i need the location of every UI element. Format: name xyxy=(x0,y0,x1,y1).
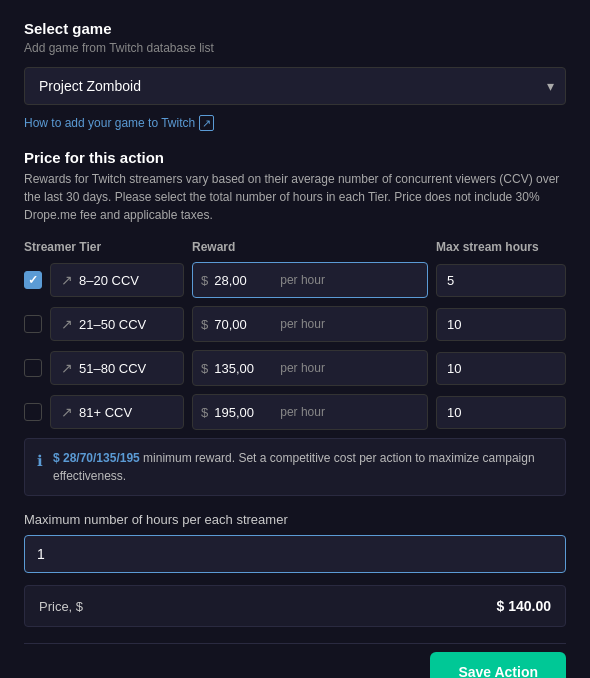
select-game-section: Select game Add game from Twitch databas… xyxy=(24,20,566,149)
reward-wrapper-2: $ per hour xyxy=(192,350,428,386)
reward-wrapper-1: $ per hour xyxy=(192,306,428,342)
footer: Save Action xyxy=(24,643,566,678)
tier-name-2: 51–80 CCV xyxy=(79,361,146,376)
chart-icon-3: ↗ xyxy=(61,404,73,420)
reward-input-0[interactable] xyxy=(214,273,274,288)
tier-checkbox-3[interactable] xyxy=(24,403,42,421)
tier-name-0: 8–20 CCV xyxy=(79,273,139,288)
reward-input-2[interactable] xyxy=(214,361,274,376)
tier-label-0: ↗ 8–20 CCV xyxy=(24,263,184,297)
max-hours-section: Maximum number of hours per each streame… xyxy=(24,512,566,573)
col-streamer-tier: Streamer Tier xyxy=(24,240,184,254)
main-container: Select game Add game from Twitch databas… xyxy=(0,0,590,678)
tier-checkbox-2[interactable] xyxy=(24,359,42,377)
per-hour-2: per hour xyxy=(280,361,325,375)
tier-name-1: 21–50 CCV xyxy=(79,317,146,332)
chart-icon-1: ↗ xyxy=(61,316,73,332)
tier-label-3: ↗ 81+ CCV xyxy=(24,395,184,429)
max-hours-cell-3 xyxy=(436,396,566,429)
twitch-help-link[interactable]: How to add your game to Twitch ↗ xyxy=(24,115,214,131)
tier-name-box-1: ↗ 21–50 CCV xyxy=(50,307,184,341)
dollar-sign-0: $ xyxy=(201,273,208,288)
game-select-wrapper: Project Zomboid ▾ xyxy=(24,67,566,105)
per-hour-1: per hour xyxy=(280,317,325,331)
tier-name-box-3: ↗ 81+ CCV xyxy=(50,395,184,429)
select-game-subtitle: Add game from Twitch database list xyxy=(24,41,566,55)
max-hours-cell-1 xyxy=(436,308,566,341)
tier-name-box-2: ↗ 51–80 CCV xyxy=(50,351,184,385)
info-amounts: $ 28/70/135/195 xyxy=(53,451,140,465)
chart-icon-0: ↗ xyxy=(61,272,73,288)
external-link-icon: ↗ xyxy=(199,115,214,131)
reward-wrapper-0: $ per hour xyxy=(192,262,428,298)
tier-row: ↗ 81+ CCV $ per hour xyxy=(24,394,566,430)
info-icon: ℹ xyxy=(37,450,43,473)
tier-name-3: 81+ CCV xyxy=(79,405,132,420)
price-value: $ 140.00 xyxy=(497,598,552,614)
tier-row: ↗ 51–80 CCV $ per hour xyxy=(24,350,566,386)
max-hours-input[interactable] xyxy=(24,535,566,573)
tier-label-2: ↗ 51–80 CCV xyxy=(24,351,184,385)
save-action-button[interactable]: Save Action xyxy=(430,652,566,678)
chart-icon-2: ↗ xyxy=(61,360,73,376)
price-section: Price for this action Rewards for Twitch… xyxy=(24,149,566,438)
reward-input-1[interactable] xyxy=(214,317,274,332)
max-hours-label: Maximum number of hours per each streame… xyxy=(24,512,566,527)
tier-checkbox-1[interactable] xyxy=(24,315,42,333)
reward-wrapper-3: $ per hour xyxy=(192,394,428,430)
max-stream-hours-input-0[interactable] xyxy=(436,264,566,297)
max-stream-hours-input-3[interactable] xyxy=(436,396,566,429)
price-description: Rewards for Twitch streamers vary based … xyxy=(24,170,566,224)
per-hour-0: per hour xyxy=(280,273,325,287)
tier-row: ↗ 21–50 CCV $ per hour xyxy=(24,306,566,342)
tier-column-headers: Streamer Tier Reward Max stream hours xyxy=(24,240,566,254)
dollar-sign-1: $ xyxy=(201,317,208,332)
tier-name-box-0: ↗ 8–20 CCV xyxy=(50,263,184,297)
price-row: Price, $ $ 140.00 xyxy=(24,585,566,627)
dollar-sign-3: $ xyxy=(201,405,208,420)
reward-input-3[interactable] xyxy=(214,405,274,420)
price-section-title: Price for this action xyxy=(24,149,566,166)
per-hour-3: per hour xyxy=(280,405,325,419)
game-select[interactable]: Project Zomboid xyxy=(24,67,566,105)
twitch-link-text: How to add your game to Twitch xyxy=(24,116,195,130)
tier-label-1: ↗ 21–50 CCV xyxy=(24,307,184,341)
max-stream-hours-input-2[interactable] xyxy=(436,352,566,385)
tier-row: ↗ 8–20 CCV $ per hour xyxy=(24,262,566,298)
tier-rows: ↗ 8–20 CCV $ per hour ↗ 21–50 CCV xyxy=(24,262,566,430)
max-stream-hours-input-1[interactable] xyxy=(436,308,566,341)
max-hours-cell-0 xyxy=(436,264,566,297)
select-game-title: Select game xyxy=(24,20,566,37)
col-max-hours: Max stream hours xyxy=(436,240,566,254)
col-reward: Reward xyxy=(192,240,428,254)
dollar-sign-2: $ xyxy=(201,361,208,376)
price-label: Price, $ xyxy=(39,599,83,614)
tier-checkbox-0[interactable] xyxy=(24,271,42,289)
max-hours-cell-2 xyxy=(436,352,566,385)
info-text: $ 28/70/135/195 minimum reward. Set a co… xyxy=(53,449,553,485)
info-box: ℹ $ 28/70/135/195 minimum reward. Set a … xyxy=(24,438,566,496)
